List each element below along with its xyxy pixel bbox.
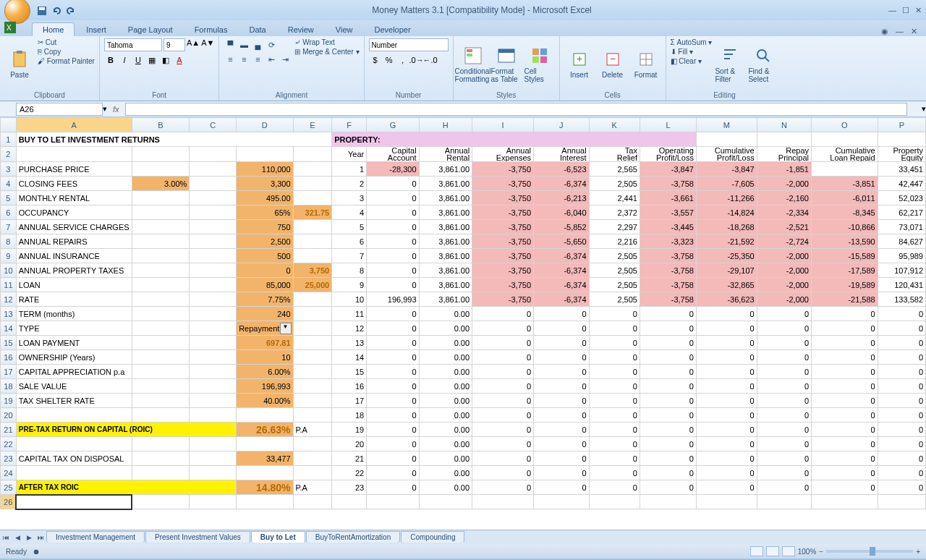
cell-J4[interactable]: -6,374 bbox=[534, 177, 590, 191]
label-row-7[interactable]: ANNUAL SERVICE CHARGES bbox=[16, 220, 132, 234]
cell-L19[interactable]: 0 bbox=[640, 394, 696, 408]
cell-B3[interactable] bbox=[132, 162, 190, 177]
fill-button[interactable]: ⬇ Fill ▾ bbox=[671, 48, 713, 56]
cell-H8[interactable]: 3,861.00 bbox=[419, 234, 472, 249]
cell-O22[interactable]: 0 bbox=[812, 437, 878, 451]
cell-M12[interactable]: -36,623 bbox=[696, 292, 757, 307]
cell-K16[interactable]: 0 bbox=[589, 350, 640, 365]
cell-G15[interactable]: 0 bbox=[367, 336, 419, 350]
cell-L3[interactable]: -3,847 bbox=[640, 162, 696, 177]
cell-P23[interactable]: 0 bbox=[878, 451, 925, 466]
cell-H12[interactable]: 3,861.00 bbox=[419, 292, 472, 307]
cell-G12[interactable]: 196,993 bbox=[367, 292, 419, 307]
cell-H3[interactable]: 3,861.00 bbox=[419, 162, 472, 177]
cell-J13[interactable]: 0 bbox=[534, 307, 590, 321]
align-right-icon[interactable]: ≡ bbox=[251, 53, 264, 66]
label-row-10[interactable]: ANNUAL PROPERTY TAXES bbox=[16, 263, 132, 278]
cell-P11[interactable]: 120,431 bbox=[878, 278, 925, 292]
row-header-3[interactable]: 3 bbox=[1, 162, 17, 177]
cell-L25[interactable]: 0 bbox=[640, 480, 696, 495]
cell-J3[interactable]: -6,523 bbox=[534, 162, 590, 177]
cell-H13[interactable]: 0.00 bbox=[419, 307, 472, 321]
cell-H6[interactable]: 3,861.00 bbox=[419, 205, 472, 220]
tab-formulas[interactable]: Formulas bbox=[184, 23, 238, 36]
cell-L10[interactable]: -3,758 bbox=[640, 263, 696, 278]
cell-I20[interactable]: 0 bbox=[472, 408, 534, 423]
cell-C3[interactable] bbox=[190, 162, 237, 177]
orientation-icon[interactable]: ⟳ bbox=[265, 38, 278, 51]
cell-O7[interactable]: -10,866 bbox=[812, 220, 878, 234]
border-button[interactable]: ▦ bbox=[145, 54, 158, 67]
cell-O9[interactable]: -15,589 bbox=[812, 249, 878, 263]
cell-J17[interactable]: 0 bbox=[534, 365, 590, 379]
cell-G19[interactable]: 0 bbox=[367, 394, 419, 408]
cell-F15[interactable]: 13 bbox=[332, 336, 367, 350]
cell-B6[interactable] bbox=[132, 205, 190, 220]
formula-input[interactable] bbox=[125, 103, 907, 116]
cell-styles-button[interactable]: Cell Styles bbox=[524, 38, 555, 90]
cell-C20[interactable] bbox=[190, 408, 237, 423]
label-row-20[interactable] bbox=[16, 408, 132, 423]
cell-F20[interactable]: 18 bbox=[332, 408, 367, 423]
cell-P13[interactable]: 0 bbox=[878, 307, 925, 321]
cell-E22[interactable] bbox=[293, 437, 332, 451]
cell-H25[interactable]: 0.00 bbox=[419, 480, 472, 495]
cell-I14[interactable]: 0 bbox=[472, 321, 534, 336]
cell-H5[interactable]: 3,861.00 bbox=[419, 191, 472, 205]
cell-N11[interactable]: -2,000 bbox=[757, 278, 811, 292]
cell-K17[interactable]: 0 bbox=[589, 365, 640, 379]
cell-C10[interactable] bbox=[190, 263, 237, 278]
cell-M18[interactable]: 0 bbox=[696, 379, 757, 394]
bold-button[interactable]: B bbox=[104, 54, 117, 67]
cell-G5[interactable]: 0 bbox=[367, 191, 419, 205]
sheet-nav-next[interactable]: ▶ bbox=[23, 532, 35, 543]
cell-L24[interactable]: 0 bbox=[640, 466, 696, 480]
cell-M23[interactable]: 0 bbox=[696, 451, 757, 466]
cell-N14[interactable]: 0 bbox=[757, 321, 811, 336]
cell-H10[interactable]: 3,861.00 bbox=[419, 263, 472, 278]
cell-I11[interactable]: -3,750 bbox=[472, 278, 534, 292]
cell-P4[interactable]: 42,447 bbox=[878, 177, 925, 191]
cell-C14[interactable] bbox=[190, 321, 237, 336]
cell-M6[interactable]: -14,824 bbox=[696, 205, 757, 220]
cell-J7[interactable]: -5,852 bbox=[534, 220, 590, 234]
cell-E5[interactable] bbox=[293, 191, 332, 205]
cell-D6[interactable]: 65% bbox=[237, 205, 293, 220]
tab-view[interactable]: View bbox=[326, 23, 363, 36]
cell-L14[interactable]: 0 bbox=[640, 321, 696, 336]
delete-cells-button[interactable]: −Delete bbox=[598, 38, 628, 90]
cell-B26[interactable] bbox=[132, 495, 190, 509]
cell-E11[interactable]: 25,000 bbox=[293, 278, 332, 292]
font-size-input[interactable] bbox=[163, 38, 185, 51]
cell-M24[interactable]: 0 bbox=[696, 466, 757, 480]
tab-insert[interactable]: Insert bbox=[76, 23, 116, 36]
paste-button[interactable]: Paste bbox=[4, 38, 35, 90]
cell-H24[interactable]: 0.00 bbox=[419, 466, 472, 480]
cell-J25[interactable]: 0 bbox=[534, 480, 590, 495]
cell-H22[interactable]: 0.00 bbox=[419, 437, 472, 451]
cell-N20[interactable]: 0 bbox=[757, 408, 811, 423]
cell-K14[interactable]: 0 bbox=[589, 321, 640, 336]
cell-O8[interactable]: -13,590 bbox=[812, 234, 878, 249]
cell-C15[interactable] bbox=[190, 336, 237, 350]
cell-F11[interactable]: 9 bbox=[332, 278, 367, 292]
sheet-tab-present-investment-values[interactable]: Present Investment Values bbox=[145, 531, 250, 543]
row-header-9[interactable]: 9 bbox=[1, 249, 17, 263]
format-as-table-button[interactable]: Format as Table bbox=[491, 38, 522, 90]
cell-D12[interactable]: 7.75% bbox=[237, 292, 293, 307]
cell-F21[interactable]: 19 bbox=[332, 423, 367, 437]
undo-icon[interactable] bbox=[51, 5, 61, 15]
label-row-13[interactable]: TERM (months) bbox=[16, 307, 132, 321]
cell-P17[interactable]: 0 bbox=[878, 365, 925, 379]
label-row-8[interactable]: ANNUAL REPAIRS bbox=[16, 234, 132, 249]
close-button[interactable]: ✕ bbox=[915, 6, 922, 15]
maximize-button[interactable]: ☐ bbox=[902, 6, 909, 15]
tab-home[interactable]: Home bbox=[32, 22, 75, 36]
cell-G14[interactable]: 0 bbox=[367, 321, 419, 336]
row-header-10[interactable]: 10 bbox=[1, 263, 17, 278]
row-header-18[interactable]: 18 bbox=[1, 379, 17, 394]
cell-N9[interactable]: -2,000 bbox=[757, 249, 811, 263]
cell-N5[interactable]: -2,160 bbox=[757, 191, 811, 205]
cell-C23[interactable] bbox=[190, 451, 237, 466]
cell-I23[interactable]: 0 bbox=[472, 451, 534, 466]
